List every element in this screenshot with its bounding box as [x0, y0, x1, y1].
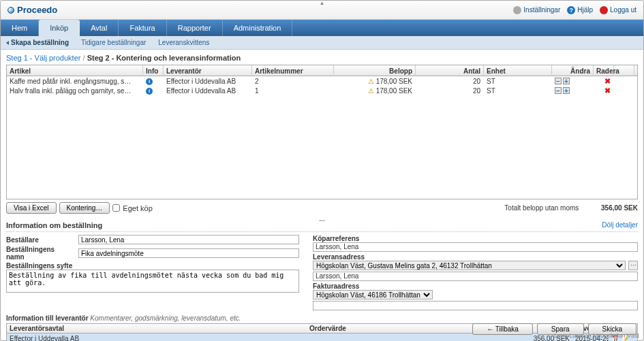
input-bestallare[interactable] — [78, 235, 299, 244]
input-namn[interactable] — [78, 248, 299, 258]
line-items-grid: Artikel Info Leverantör Artikelnummer Be… — [6, 65, 638, 199]
plus-button[interactable]: + — [563, 78, 570, 84]
bc-step1[interactable]: Steg 1 - Välj produkter — [6, 54, 80, 62]
supplier-title: Information till leverantör Kommentarer,… — [6, 314, 638, 322]
label-kopref: Köparreferens — [313, 235, 638, 242]
label-levaddr: Leveransadress — [313, 253, 638, 261]
col-artnr[interactable]: Artikelnummer — [252, 65, 334, 76]
subnav-skapa[interactable]: Skapa beställning — [6, 39, 69, 46]
arrow-left-icon — [6, 41, 9, 45]
main-nav: Hem Inköp Avtal Faktura Rapporter Admini… — [1, 20, 643, 36]
subnav-levkvittens[interactable]: Leveranskvittens — [158, 39, 209, 46]
value-levaddr-person: Larsson, Lena — [313, 272, 638, 281]
label-bestallare: Beställare — [6, 236, 74, 244]
logout-link[interactable]: Logga ut — [600, 6, 637, 14]
info-icon[interactable]: i — [146, 78, 153, 85]
minus-button[interactable]: − — [555, 87, 562, 94]
info-title: Information om beställning — [6, 221, 102, 229]
cell-artikel: Kaffe med påtår inkl. engångsmugg, s… — [7, 78, 143, 85]
cell-lev: Effector i Uddevalla AB — [164, 78, 252, 85]
cell-artnr: 2 — [252, 78, 334, 85]
nav-avtal[interactable]: Avtal — [80, 20, 119, 36]
logo-icon — [7, 7, 14, 14]
total-label: Totalt belopp utan moms — [504, 204, 579, 212]
sup-col-avtal[interactable]: Leverantörsavtal — [7, 325, 307, 332]
help-link[interactable]: ? Hjälp — [567, 6, 593, 14]
dolj-detaljer-link[interactable]: Dölj detaljer — [602, 221, 638, 229]
plus-button[interactable]: + — [563, 87, 570, 94]
logo: Proceedo — [7, 5, 57, 15]
nav-inkop[interactable]: Inköp — [39, 20, 80, 36]
select-levaddr[interactable]: Högskolan Väst, Gustava Melins gata 2, 4… — [313, 261, 626, 270]
nav-faktura[interactable]: Faktura — [119, 20, 166, 36]
warning-icon: ⚠ — [368, 87, 374, 95]
kontering-button[interactable]: Kontering… — [59, 202, 110, 214]
col-info[interactable]: Info — [143, 65, 164, 76]
warning-icon: ⚠ — [368, 78, 374, 85]
levaddr-picker-button[interactable]: ⋯ — [628, 261, 638, 270]
gear-icon — [513, 6, 521, 14]
nav-rapporter[interactable]: Rapporter — [167, 20, 223, 36]
eget-kop-label: Eget köp — [123, 204, 152, 212]
cell-artikel: Halv fralla inkl. pålägg och garnityr, s… — [7, 87, 143, 95]
col-andra[interactable]: Ändra — [552, 65, 594, 76]
help-icon: ? — [567, 6, 575, 14]
table-row: Halv fralla inkl. pålägg och garnityr, s… — [7, 86, 637, 95]
logo-text: Proceedo — [17, 5, 57, 15]
label-namn: Beställningens namn — [6, 246, 74, 261]
label-syfte: Beställningens syfte — [6, 262, 299, 270]
table-row: Kaffe med påtår inkl. engångsmugg, s… i … — [7, 76, 637, 86]
value-fakaddr-extra — [313, 301, 638, 310]
total-value: 356,00 SEK — [601, 204, 638, 212]
col-leverantor[interactable]: Leverantör — [164, 65, 252, 76]
col-antal[interactable]: Antal — [416, 65, 484, 76]
drag-handle-icon[interactable]: ••• — [319, 217, 324, 223]
label-fakaddr: Fakturaadress — [313, 282, 638, 290]
nav-administration[interactable]: Administration — [223, 20, 293, 36]
subnav-tidigare[interactable]: Tidigare beställningar — [81, 39, 146, 46]
cell-artnr: 1 — [252, 87, 334, 95]
value-kopref: Larsson, Lena — [313, 242, 638, 252]
col-radera[interactable]: Radera — [594, 65, 614, 76]
breadcrumb: Steg 1 - Välj produkter / Steg 2 - Konte… — [6, 54, 638, 62]
drag-handle-icon: ▲ — [320, 0, 325, 6]
sub-nav: Skapa beställning Tidigare beställningar… — [1, 36, 643, 50]
delete-button[interactable]: ✖ — [604, 77, 611, 85]
visa-excel-button[interactable]: Visa i Excel — [6, 202, 57, 214]
col-belopp[interactable]: Belopp — [334, 65, 416, 76]
textarea-syfte[interactable]: Beställning av fika till avdelningsmötet… — [6, 270, 299, 293]
col-artikel[interactable]: Artikel — [7, 65, 143, 76]
settings-link[interactable]: Inställningar — [513, 6, 560, 14]
select-fakaddr[interactable]: Högskolan Väst, 46186 Trollhättan — [313, 290, 433, 299]
delete-button[interactable]: ✖ — [604, 86, 611, 95]
minus-button[interactable]: − — [555, 78, 562, 84]
power-icon — [600, 6, 608, 14]
col-enhet[interactable]: Enhet — [484, 65, 552, 76]
credit-text: Lena Larsson | Högskolan Väst — [554, 332, 639, 339]
eget-kop-checkbox[interactable] — [112, 204, 120, 212]
nav-hem[interactable]: Hem — [1, 20, 39, 36]
cell-lev: Effector i Uddevalla AB — [164, 87, 252, 95]
info-icon[interactable]: i — [146, 88, 153, 95]
back-button[interactable]: Tillbaka — [472, 323, 533, 335]
bc-step2: Steg 2 - Kontering och leveransinformati… — [87, 54, 241, 62]
